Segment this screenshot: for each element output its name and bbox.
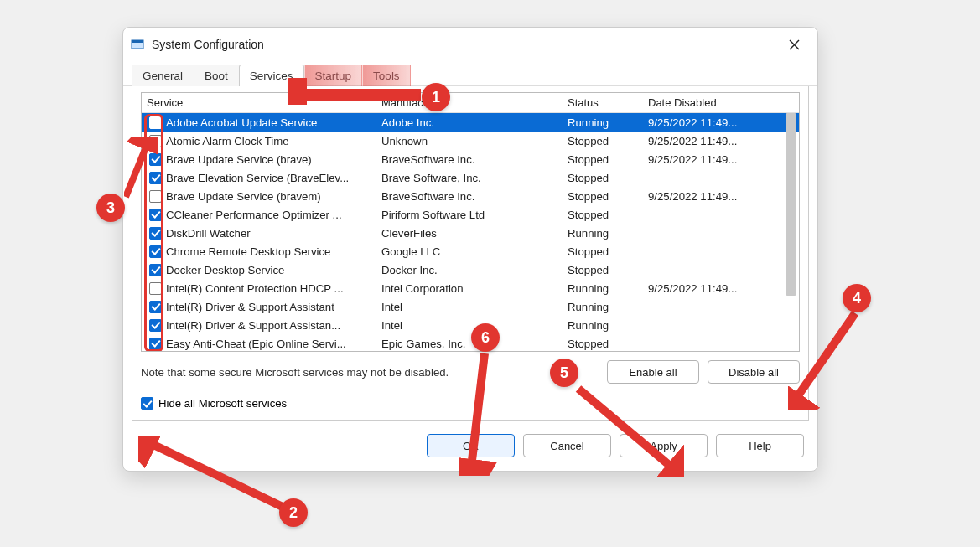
disable-all-button[interactable]: Disable all (708, 360, 800, 384)
annotation-badge-5: 5 (550, 359, 578, 387)
service-row[interactable]: DiskDrill WatcherCleverFilesRunning (142, 224, 799, 242)
note-text: Note that some secure Microsoft services… (141, 366, 599, 379)
help-button[interactable]: Help (716, 434, 804, 457)
tab-services[interactable]: Services (239, 65, 304, 86)
service-status: Stopped (563, 190, 643, 203)
service-row[interactable]: Easy Anti-Cheat (Epic Online Servi...Epi… (142, 334, 799, 351)
hide-ms-services-checkbox[interactable] (141, 397, 153, 410)
service-status: Running (563, 319, 643, 332)
hide-ms-services-row: Hide all Microsoft services (141, 397, 800, 410)
service-name: Atomic Alarm Clock Time (166, 135, 289, 147)
service-checkbox[interactable] (149, 209, 162, 221)
hide-ms-services-label: Hide all Microsoft services (158, 397, 287, 410)
service-checkbox[interactable] (149, 301, 162, 313)
service-row[interactable]: Adobe Acrobat Update ServiceAdobe Inc.Ru… (142, 113, 799, 132)
annotation-badge-3: 3 (96, 194, 125, 222)
list-body[interactable]: Adobe Acrobat Update ServiceAdobe Inc.Ru… (142, 113, 799, 351)
service-name: Intel(R) Content Protection HDCP ... (166, 282, 344, 295)
tab-boot[interactable]: Boot (194, 65, 239, 86)
service-name: Brave Elevation Service (BraveElev... (166, 172, 349, 184)
annotation-badge-1: 1 (422, 83, 450, 111)
scrollbar-thumb[interactable] (786, 113, 796, 296)
service-row[interactable]: Brave Elevation Service (BraveElev...Bra… (142, 168, 799, 187)
service-date-disabled: 9/25/2022 11:49... (643, 282, 799, 295)
services-list: Service Manufacturer Status Date Disable… (141, 92, 800, 352)
service-manufacturer: Docker Inc. (376, 264, 563, 276)
services-panel: Service Manufacturer Status Date Disable… (132, 85, 809, 421)
service-manufacturer: BraveSoftware Inc. (376, 153, 563, 166)
service-checkbox[interactable] (149, 153, 162, 166)
service-manufacturer: Brave Software, Inc. (376, 172, 563, 184)
service-status: Stopped (563, 264, 643, 276)
service-row[interactable]: Brave Update Service (bravem)BraveSoftwa… (142, 187, 799, 205)
service-name: Chrome Remote Desktop Service (166, 245, 330, 258)
service-checkbox[interactable] (149, 264, 162, 276)
close-button[interactable] (777, 32, 811, 57)
service-manufacturer: CleverFiles (376, 227, 563, 240)
service-status: Running (563, 282, 643, 295)
dialog-buttons: OK Cancel Apply Help (123, 429, 817, 471)
service-row[interactable]: Intel(R) Driver & Support Assistan...Int… (142, 316, 799, 334)
service-manufacturer: BraveSoftware Inc. (376, 190, 563, 203)
service-checkbox[interactable] (149, 135, 162, 147)
enable-all-button[interactable]: Enable all (607, 360, 699, 384)
service-name: DiskDrill Watcher (166, 227, 251, 240)
service-name: Easy Anti-Cheat (Epic Online Servi... (166, 338, 346, 350)
service-status: Stopped (563, 172, 643, 184)
service-name: Brave Update Service (brave) (166, 153, 312, 166)
service-checkbox[interactable] (149, 338, 162, 350)
cancel-button[interactable]: Cancel (523, 434, 611, 457)
service-name: Brave Update Service (bravem) (166, 190, 321, 203)
service-row[interactable]: Chrome Remote Desktop ServiceGoogle LLCS… (142, 242, 799, 261)
service-status: Stopped (563, 245, 643, 258)
service-manufacturer: Intel (376, 319, 563, 332)
service-checkbox[interactable] (149, 116, 162, 129)
service-checkbox[interactable] (149, 319, 162, 332)
service-manufacturer: Google LLC (376, 245, 563, 258)
service-row[interactable]: Intel(R) Driver & Support AssistantIntel… (142, 297, 799, 316)
service-manufacturer: Piriform Software Ltd (376, 209, 563, 221)
note-row: Note that some secure Microsoft services… (141, 360, 800, 384)
service-status: Running (563, 301, 643, 313)
tabstrip: General Boot Services Startup Tools (123, 64, 817, 86)
service-manufacturer: Adobe Inc. (376, 116, 563, 129)
service-status: Stopped (563, 135, 643, 147)
service-status: Running (563, 116, 643, 129)
service-name: Intel(R) Driver & Support Assistan... (166, 319, 340, 332)
close-icon (789, 39, 800, 50)
apply-button[interactable]: Apply (620, 434, 708, 457)
tab-tools[interactable]: Tools (362, 65, 411, 86)
window-title: System Configuration (152, 38, 777, 51)
service-date-disabled: 9/25/2022 11:49... (643, 135, 799, 147)
col-manufacturer[interactable]: Manufacturer (376, 96, 563, 109)
service-name: Intel(R) Driver & Support Assistant (166, 301, 334, 313)
service-row[interactable]: CCleaner Performance Optimizer ...Pirifo… (142, 205, 799, 224)
service-row[interactable]: Intel(R) Content Protection HDCP ...Inte… (142, 279, 799, 297)
col-status[interactable]: Status (563, 96, 643, 109)
col-date-disabled[interactable]: Date Disabled (643, 96, 799, 109)
service-manufacturer: Intel Corporation (376, 282, 563, 295)
service-name: Docker Desktop Service (166, 264, 284, 276)
service-status: Stopped (563, 209, 643, 221)
service-date-disabled: 9/25/2022 11:49... (643, 190, 799, 203)
service-checkbox[interactable] (149, 282, 162, 295)
tab-startup[interactable]: Startup (304, 65, 363, 86)
service-checkbox[interactable] (149, 227, 162, 240)
service-date-disabled: 9/25/2022 11:49... (643, 116, 799, 129)
service-manufacturer: Epic Games, Inc. (376, 338, 563, 350)
service-checkbox[interactable] (149, 190, 162, 203)
service-row[interactable]: Brave Update Service (brave)BraveSoftwar… (142, 150, 799, 168)
service-checkbox[interactable] (149, 245, 162, 258)
service-row[interactable]: Atomic Alarm Clock TimeUnknownStopped9/2… (142, 132, 799, 150)
service-manufacturer: Unknown (376, 135, 563, 147)
service-name: CCleaner Performance Optimizer ... (166, 209, 342, 221)
ok-button[interactable]: OK (427, 434, 515, 457)
service-checkbox[interactable] (149, 172, 162, 184)
annotation-badge-6: 6 (471, 323, 500, 352)
tab-general[interactable]: General (132, 65, 194, 86)
list-header: Service Manufacturer Status Date Disable… (142, 93, 799, 113)
col-service[interactable]: Service (142, 96, 376, 109)
service-row[interactable]: Docker Desktop ServiceDocker Inc.Stopped (142, 261, 799, 279)
svg-rect-1 (132, 40, 143, 43)
titlebar: System Configuration (123, 28, 817, 63)
